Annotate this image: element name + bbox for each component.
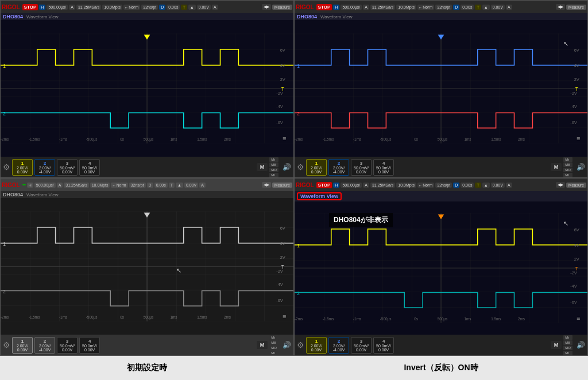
tb-samplerate-bl: 31.25MSa/s bbox=[64, 183, 88, 188]
ch1-val1-tl: 2.00V/ bbox=[17, 166, 28, 170]
tb-timebase-bl: 500.00μs/ bbox=[34, 183, 56, 188]
waveform-svg-tr: 1 2 T 6V 4V 2V -2V -4V -6V -2ms -1.5ms -… bbox=[295, 20, 587, 157]
tb-arrows[interactable]: ◀▶ bbox=[262, 4, 271, 10]
ch1-val2-tr: 0.00V bbox=[311, 170, 322, 174]
ch2-val2-bl: -4.00V bbox=[39, 348, 51, 352]
tb-memory-tr: 10.0Mpts bbox=[396, 5, 416, 10]
tb-pts-br: 32ns/pt bbox=[435, 183, 452, 188]
ch3-btn-tr[interactable]: 3 50.0mV/ 0.00V bbox=[351, 159, 372, 176]
ch3-btn-br[interactable]: 3 50.0mV/ 0.00V bbox=[351, 337, 372, 354]
tb-d-tr: D bbox=[453, 5, 459, 10]
gear-icon-bl[interactable]: ⚙ bbox=[3, 340, 10, 350]
measure-button-br[interactable]: Measure bbox=[566, 183, 586, 188]
svg-text:1: 1 bbox=[297, 243, 300, 249]
tb-trig-bl: ▲ bbox=[176, 183, 183, 188]
rigol-logo: RIGOL bbox=[2, 4, 20, 10]
svg-text:1.5ms: 1.5ms bbox=[491, 317, 501, 321]
stop-button-br[interactable]: STOP bbox=[316, 182, 332, 188]
measure-button-tr[interactable]: Measure bbox=[566, 5, 586, 10]
scope-titlebar-bl: DHO804 Waveform View bbox=[1, 191, 293, 198]
scope-bottom-left: RIGOL H 500.00μs/ A 31.25MSa/s 10.0Mpts … bbox=[0, 178, 294, 356]
tb-norm-tr: ⌐ Norm bbox=[417, 5, 434, 10]
ch2-btn-tr[interactable]: 2 2.00V/ -4.00V bbox=[328, 159, 349, 176]
ch2-btn-tl[interactable]: 2 2.00V/ -4.00V bbox=[34, 159, 55, 176]
svg-text:-1ms: -1ms bbox=[353, 317, 361, 321]
tb-memory-br: 10.0Mpts bbox=[396, 183, 416, 188]
m-btn-bl[interactable]: M bbox=[257, 341, 268, 349]
waveform-label-tl: Waveform View bbox=[26, 14, 59, 20]
ch3-num-bl: 3 bbox=[66, 339, 68, 344]
tb-ch-a2-bl: A bbox=[199, 183, 206, 188]
gear-icon-tl[interactable]: ⚙ bbox=[3, 162, 10, 172]
m-btn-br[interactable]: M bbox=[551, 341, 562, 349]
svg-text:0s: 0s bbox=[120, 315, 124, 319]
ch4-btn-tl[interactable]: 4 50.0mV/ 0.00V bbox=[79, 159, 100, 176]
gear-icon-tr[interactable]: ⚙ bbox=[297, 162, 304, 172]
tb-arrows-tr[interactable]: ◀▶ bbox=[556, 4, 565, 10]
ch1-btn-tl[interactable]: 1 2.00V/ 0.00V bbox=[12, 159, 33, 176]
waveform-area-br: DHO804が非表示 1 2 T 6V bbox=[295, 201, 587, 335]
run-button-bl[interactable] bbox=[22, 184, 26, 185]
ch1-val1-br: 2.00V/ bbox=[311, 344, 322, 348]
svg-text:-1.5ms: -1.5ms bbox=[29, 137, 40, 141]
ch4-btn-br[interactable]: 4 50.0mV/ 0.00V bbox=[373, 337, 394, 354]
svg-text:2: 2 bbox=[3, 111, 6, 117]
svg-text:↖: ↖ bbox=[563, 40, 568, 47]
measure-button[interactable]: Measure bbox=[272, 5, 292, 10]
waveform-view-highlighted: Waveform View bbox=[297, 192, 342, 200]
ch3-val1-br: 50.0mV/ bbox=[354, 344, 369, 348]
svg-text:≡: ≡ bbox=[577, 135, 580, 142]
tb-arrows-br[interactable]: ◀▶ bbox=[556, 182, 565, 188]
svg-text:-2V: -2V bbox=[570, 270, 577, 276]
tb-arrows-bl[interactable]: ◀▶ bbox=[262, 182, 271, 188]
tb-memory-bl: 10.0Mpts bbox=[90, 183, 110, 188]
ch4-btn-bl[interactable]: 4 50.0mV/ 0.00V bbox=[79, 337, 100, 354]
svg-text:-4V: -4V bbox=[570, 284, 577, 289]
ch4-num-br: 4 bbox=[382, 339, 385, 344]
measure-button-bl[interactable]: Measure bbox=[272, 183, 292, 188]
stop-button[interactable]: STOP bbox=[22, 4, 38, 10]
ch1-val2-br: 0.00V bbox=[311, 348, 322, 352]
tb-ch-a: A bbox=[69, 5, 75, 10]
ch3-btn-tl[interactable]: 3 50.0mV/ 0.00V bbox=[57, 159, 78, 176]
svg-text:0s: 0s bbox=[120, 137, 124, 141]
svg-text:-6V: -6V bbox=[276, 120, 283, 125]
waveform-area-tl: 1 2 T 6V 4V 2V -2V -4V -6V -2ms -1.5ms -… bbox=[1, 20, 293, 157]
ch4-val1-bl: 50.0mV/ bbox=[82, 344, 97, 348]
ch2-btn-bl[interactable]: 2 2.00V/ -4.00V bbox=[34, 337, 55, 354]
tb-t-tr: T bbox=[475, 5, 481, 10]
ch1-btn-bl[interactable]: 1 2.00V/ 0.00V bbox=[12, 337, 33, 354]
m-btn-tl[interactable]: M bbox=[257, 163, 268, 171]
rigol-logo-br: RIGOL bbox=[296, 182, 314, 188]
toolbar-bottom-left: RIGOL H 500.00μs/ A 31.25MSa/s 10.0Mpts … bbox=[1, 179, 293, 191]
svg-text:4V: 4V bbox=[574, 63, 579, 68]
stop-button-tr[interactable]: STOP bbox=[316, 4, 332, 10]
scope-bottom-right: RIGOL STOP H 500.00μs/ A 31.25MSa/s 10.0… bbox=[294, 178, 588, 356]
ch4-val2-tl: 0.00V bbox=[84, 170, 95, 174]
ch2-btn-br[interactable]: 2 2.00V/ -4.00V bbox=[328, 337, 349, 354]
m-sub-btns-br: Mt MB MO MI bbox=[563, 335, 572, 355]
ch2-num-br: 2 bbox=[338, 339, 340, 344]
ch2-val1-tl: 2.00V/ bbox=[39, 166, 51, 170]
ch1-btn-tr[interactable]: 1 2.00V/ 0.00V bbox=[306, 159, 327, 176]
svg-text:2V: 2V bbox=[280, 255, 285, 260]
svg-text:2: 2 bbox=[3, 289, 6, 294]
tb-pts: 32ns/pt bbox=[141, 5, 158, 10]
rigol-logo-bl: RIGOL bbox=[2, 182, 20, 188]
gear-icon-br[interactable]: ⚙ bbox=[297, 340, 304, 350]
tb-timebase-tr: 500.00μs/ bbox=[341, 5, 362, 10]
m-btn-tr[interactable]: M bbox=[551, 163, 562, 171]
ch3-num-tl: 3 bbox=[66, 161, 68, 166]
svg-text:-500μs: -500μs bbox=[86, 315, 98, 320]
svg-text:-2V: -2V bbox=[276, 91, 283, 96]
svg-text:4V: 4V bbox=[280, 63, 285, 68]
scope-top-right: RIGOL STOP H 500.00μs/ A 31.25MSa/s 10.0… bbox=[294, 0, 588, 178]
ch4-btn-tr[interactable]: 4 50.0mV/ 0.00V bbox=[373, 159, 394, 176]
svg-text:-1.5ms: -1.5ms bbox=[323, 137, 334, 141]
tb-d: D bbox=[159, 5, 165, 10]
svg-text:500μs: 500μs bbox=[438, 317, 447, 321]
ch1-btn-br[interactable]: 1 2.00V/ 0.00V bbox=[306, 337, 327, 354]
svg-text:-1ms: -1ms bbox=[353, 137, 361, 141]
ch3-btn-bl[interactable]: 3 50.0mV/ 0.00V bbox=[57, 337, 78, 354]
tb-h-br: H bbox=[333, 183, 339, 188]
